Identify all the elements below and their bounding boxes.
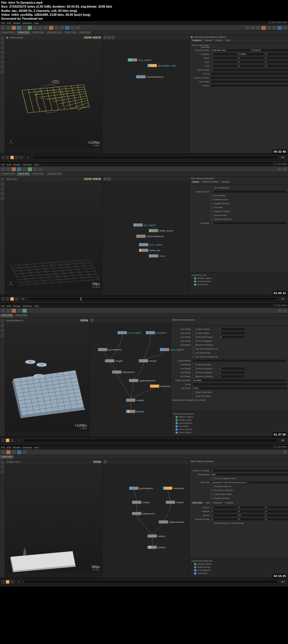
network-view[interactable]: torus_object1 groundplane_obje AutoDopNe… bbox=[102, 35, 190, 153]
tool-icon[interactable] bbox=[0, 50, 5, 55]
node[interactable]: merge2 bbox=[166, 501, 184, 504]
checkbox[interactable] bbox=[211, 206, 213, 209]
tool-icon[interactable] bbox=[0, 45, 5, 50]
tree-item[interactable]: Affector Matrix bbox=[191, 277, 287, 280]
node[interactable]: rbdobject1 bbox=[146, 331, 166, 334]
shelf-tab[interactable]: Composite View bbox=[46, 31, 63, 35]
timeline-next-icon[interactable] bbox=[15, 156, 19, 159]
auto-takes[interactable]: Auto Takes Main bbox=[269, 21, 287, 24]
dropdown[interactable] bbox=[251, 49, 288, 52]
node[interactable]: rocketship bbox=[163, 487, 183, 490]
node[interactable]: AutoDopNetwork bbox=[136, 235, 163, 238]
shelf-tab[interactable]: Scene View bbox=[17, 31, 31, 35]
tool-icon[interactable] bbox=[0, 60, 5, 64]
shelf-tab[interactable]: Details View bbox=[78, 31, 92, 35]
node[interactable]: rbdsolver1 bbox=[150, 384, 171, 388]
input[interactable] bbox=[238, 57, 264, 60]
network-view[interactable]: groundplane1 rocketship merge3 merge2 st… bbox=[102, 460, 190, 578]
tool-select-icon[interactable] bbox=[0, 36, 5, 40]
network-view[interactable]: torus_object1 rbdobject1 groundplane1 to… bbox=[89, 318, 171, 436]
tool-icon[interactable] bbox=[250, 26, 255, 30]
network-view[interactable]: grid_object1 debris_source AutoDopNetwor… bbox=[102, 177, 190, 295]
timeline-last-icon[interactable] bbox=[19, 156, 23, 159]
tool-icon[interactable] bbox=[0, 64, 5, 69]
tool-icon[interactable] bbox=[54, 26, 59, 30]
tool-icon[interactable] bbox=[59, 26, 64, 30]
checkbox[interactable] bbox=[211, 202, 213, 205]
input[interactable] bbox=[238, 64, 264, 67]
param-tab[interactable]: Misc bbox=[224, 39, 231, 42]
input[interactable] bbox=[211, 84, 288, 87]
checkbox[interactable] bbox=[211, 45, 213, 48]
timeline-track[interactable] bbox=[33, 156, 278, 159]
tool-icon[interactable] bbox=[27, 26, 32, 30]
input[interactable] bbox=[211, 72, 288, 75]
tool-icon[interactable] bbox=[22, 26, 27, 30]
tool-icon[interactable] bbox=[43, 26, 48, 30]
tool-icon[interactable] bbox=[75, 26, 80, 30]
vp-badge[interactable]: persp1 bbox=[84, 37, 92, 39]
node[interactable]: groundplane1 bbox=[129, 487, 153, 490]
tool-icon[interactable] bbox=[33, 26, 38, 30]
tool-icon[interactable] bbox=[256, 26, 261, 30]
menu-windows[interactable]: Windows bbox=[23, 22, 32, 24]
node[interactable]: torus_object1 bbox=[139, 243, 163, 246]
checkbox[interactable] bbox=[211, 186, 213, 189]
node[interactable]: debris bbox=[149, 254, 165, 258]
viewport[interactable]: ▣ Object Merge persp1 no cam bbox=[5, 35, 102, 153]
tool-icon[interactable] bbox=[49, 26, 54, 30]
input[interactable] bbox=[265, 57, 288, 60]
tool-icon[interactable] bbox=[1, 26, 6, 30]
input[interactable] bbox=[238, 60, 264, 64]
menu-help[interactable]: Help bbox=[34, 22, 39, 24]
tool-icon[interactable] bbox=[266, 26, 271, 30]
vp-badge[interactable]: no cam bbox=[93, 37, 101, 39]
checkbox[interactable] bbox=[211, 198, 213, 201]
node-torus[interactable]: torus_object1 bbox=[128, 58, 152, 62]
viewport[interactable]: Gravity Forcepersp1 56fps12.71ms bbox=[5, 460, 102, 578]
input[interactable] bbox=[211, 76, 288, 79]
node[interactable]: rigidbodysolver1 bbox=[129, 379, 156, 382]
node[interactable]: staticsolver1 bbox=[132, 512, 155, 515]
node[interactable]: torus_object2 bbox=[160, 348, 184, 351]
tool-icon[interactable] bbox=[272, 26, 277, 30]
tool-icon[interactable] bbox=[0, 69, 5, 74]
dropdown[interactable] bbox=[211, 49, 251, 52]
timeline-first-icon[interactable] bbox=[1, 156, 5, 159]
shelf-tab[interactable]: Motion View bbox=[64, 31, 78, 35]
tree-item[interactable]: popobject1 bbox=[191, 283, 287, 286]
input[interactable] bbox=[211, 222, 287, 225]
param-tab[interactable]: Render bbox=[214, 39, 224, 42]
node[interactable]: merge2 bbox=[105, 359, 123, 362]
param-tab[interactable]: Material bbox=[203, 39, 214, 42]
node[interactable]: staticsolver1 bbox=[112, 370, 135, 374]
node[interactable]: debris_source bbox=[149, 229, 173, 232]
tool-icon[interactable] bbox=[6, 26, 11, 30]
tool-icon[interactable] bbox=[38, 26, 43, 30]
tool-icon[interactable] bbox=[0, 55, 5, 59]
node[interactable]: debris_sim bbox=[139, 249, 160, 252]
node[interactable]: merge3 bbox=[132, 501, 150, 504]
node[interactable]: gravity1 bbox=[126, 410, 144, 413]
node[interactable]: groundplane1 bbox=[98, 348, 122, 351]
node[interactable]: merge3 bbox=[139, 359, 157, 362]
nav-icon[interactable] bbox=[107, 36, 111, 39]
menu-file[interactable]: File bbox=[1, 22, 5, 24]
shelf-tab[interactable]: Channel Editor bbox=[0, 31, 17, 35]
input[interactable] bbox=[211, 190, 287, 193]
input[interactable] bbox=[211, 80, 288, 83]
tree-item[interactable]: Relationships bbox=[191, 280, 287, 283]
node[interactable]: grid_object1 bbox=[133, 223, 156, 227]
checkbox[interactable] bbox=[211, 210, 213, 213]
input[interactable] bbox=[211, 60, 237, 64]
tool-icon[interactable] bbox=[70, 26, 75, 30]
timeline-prev-icon[interactable] bbox=[6, 156, 10, 159]
viewport-canvas[interactable]: >120fps2 draws bbox=[5, 40, 102, 148]
tool-icon[interactable] bbox=[0, 40, 5, 45]
input[interactable] bbox=[211, 57, 237, 60]
node-autodop[interactable]: AutoDopNetwork bbox=[136, 75, 163, 78]
tree-root[interactable]: /obj/debris_sim bbox=[191, 274, 287, 277]
tool-icon[interactable] bbox=[245, 26, 250, 30]
nav-icon[interactable] bbox=[111, 36, 115, 39]
input[interactable] bbox=[265, 60, 288, 64]
